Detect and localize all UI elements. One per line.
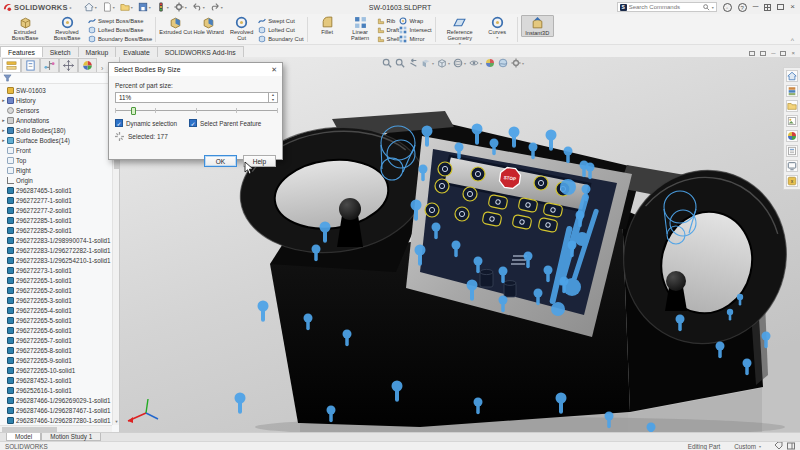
- help-icon[interactable]: ?: [738, 3, 747, 12]
- view-palette-button[interactable]: [786, 115, 798, 127]
- solidworks-forum-button[interactable]: [786, 160, 798, 172]
- scroll-down-icon[interactable]: ▼: [113, 418, 120, 425]
- minimize-icon[interactable]: ─: [753, 2, 759, 12]
- tree-item-296287466-1-296269029-1-solid1[interactable]: 296287466-1/296269029-1-solid1: [0, 395, 112, 405]
- restore-icon[interactable]: [777, 4, 784, 10]
- file-explorer-button[interactable]: [786, 100, 798, 112]
- dialog-title-bar[interactable]: Select Bodies By Size ✕: [109, 63, 282, 76]
- display-mode-dropdown[interactable]: Custom ▾: [734, 443, 761, 450]
- doc-minimize-icon[interactable]: ─: [771, 50, 775, 56]
- edit-appearance-button[interactable]: [485, 58, 495, 68]
- tree-item-sensors[interactable]: Sensors: [0, 105, 112, 115]
- tree-item-296272283-1-296254210-1-solid1[interactable]: 296272283-1/296254210-1-solid1: [0, 255, 112, 265]
- tag-icon[interactable]: [775, 442, 783, 450]
- xpress-products-button[interactable]: x: [786, 175, 798, 187]
- logo-expand-arrow[interactable]: ▸: [70, 5, 72, 10]
- collapse-ribbon-icon[interactable]: ^: [791, 37, 794, 44]
- view-orientation-button[interactable]: ▾: [437, 58, 450, 68]
- percent-slider[interactable]: [115, 107, 278, 115]
- ribbon-button-extruded-cut[interactable]: Extruded Cut: [159, 15, 192, 35]
- keypad-button[interactable]: [463, 187, 477, 201]
- tree-item-296272265-4-solid1[interactable]: 296272265-4-solid1: [0, 305, 112, 315]
- search-commands-box[interactable]: S ▾: [617, 2, 717, 12]
- tree-item-296272265-9-solid1[interactable]: 296272265-9-solid1: [0, 355, 112, 365]
- tree-item-296272277-1-solid1[interactable]: 296272277-1-solid1: [0, 195, 112, 205]
- ribbon-button-hole-wizard[interactable]: Hole Wizard: [192, 15, 225, 35]
- search-input[interactable]: [629, 4, 701, 10]
- view-settings-button[interactable]: ▾: [511, 58, 524, 68]
- ribbon-button-swept-boss-base[interactable]: Swept Boss/Base: [88, 17, 152, 25]
- tree-item-296272273-1-solid1[interactable]: 296272273-1-solid1: [0, 265, 112, 275]
- tab-motion-study-1[interactable]: Motion Study 1: [41, 433, 101, 441]
- dynamic-selection-checkbox[interactable]: ✓: [115, 119, 123, 127]
- ribbon-button-linear-pattern[interactable]: Linear Pattern: [344, 15, 377, 41]
- tab-model[interactable]: Model: [6, 433, 41, 441]
- select-parent-feature-checkbox[interactable]: ✓: [189, 119, 197, 127]
- ribbon-button-revolved-boss-base[interactable]: Revolved Boss/Base: [46, 15, 88, 41]
- expand-arrow-icon[interactable]: ▸: [0, 117, 7, 123]
- tree-item-296287466-1-296287467-1-solid1[interactable]: 296287466-1/296287467-1-solid1: [0, 405, 112, 415]
- search-icon[interactable]: [703, 4, 710, 11]
- panel-tab-feature-manager[interactable]: [2, 58, 21, 72]
- tab-solidworks-addins[interactable]: SOLIDWORKS Add-Ins: [157, 46, 244, 57]
- zoom-to-fit-button[interactable]: [382, 58, 392, 68]
- tree-item-solid-bodies-180[interactable]: ▸ Solid Bodies(180): [0, 125, 112, 135]
- expand-arrow-icon[interactable]: ▸: [0, 97, 7, 103]
- tab-sketch[interactable]: Sketch: [42, 46, 79, 57]
- tree-item-296272265-3-solid1[interactable]: 296272265-3-solid1: [0, 295, 112, 305]
- expand-arrow-icon[interactable]: ▸: [0, 137, 7, 143]
- percent-spinbox[interactable]: 11% ▲▼: [115, 92, 278, 103]
- tree-item-sw-01603[interactable]: SW-01603: [0, 85, 112, 95]
- solidworks-resources-button[interactable]: [786, 70, 798, 82]
- tree-item-296272283-1-296272282-1-solid1[interactable]: 296272283-1/296272282-1-solid1: [0, 245, 112, 255]
- tree-item-right[interactable]: Right: [0, 165, 112, 175]
- tree-item-296272265-7-solid1[interactable]: 296272265-7-solid1: [0, 335, 112, 345]
- ribbon-button-rib[interactable]: Rib: [377, 17, 400, 25]
- ribbon-button-fillet[interactable]: Fillet: [311, 15, 344, 35]
- ribbon-button-instant3d[interactable]: Instant3D: [521, 15, 554, 37]
- dialog-close-icon[interactable]: ✕: [271, 66, 277, 74]
- tree-item-296272265-8-solid1[interactable]: 296272265-8-solid1: [0, 345, 112, 355]
- tree-item-origin[interactable]: Origin: [0, 175, 112, 185]
- display-style-button[interactable]: ▾: [453, 58, 466, 68]
- ribbon-button-extruded-boss-base[interactable]: Extruded Boss/Base: [4, 15, 46, 41]
- ribbon-button-boundary-boss-base[interactable]: Boundary Boss/Base: [88, 35, 152, 43]
- tree-item-front[interactable]: Front: [0, 145, 112, 155]
- tree-item-296287452-1-solid1[interactable]: 296287452-1-solid1: [0, 375, 112, 385]
- tree-item-history[interactable]: ▸ History: [0, 95, 112, 105]
- appearances-scenes-button[interactable]: [786, 130, 798, 142]
- ribbon-button-mirror[interactable]: Mirror: [399, 35, 431, 43]
- keypad-button[interactable]: [425, 203, 439, 217]
- slider-thumb[interactable]: [131, 107, 136, 115]
- filter-funnel-icon[interactable]: [3, 74, 12, 82]
- tree-item-296272285-2-solid1[interactable]: 296272285-2-solid1: [0, 225, 112, 235]
- panel-tab-configuration-manager[interactable]: [40, 58, 59, 72]
- rebuild-traffic-light-button[interactable]: ▾: [156, 2, 169, 12]
- tree-item-annotations[interactable]: ▸ Annotations: [0, 115, 112, 125]
- tree-item-top[interactable]: Top: [0, 155, 112, 165]
- ribbon-button-lofted-boss-base[interactable]: Lofted Boss/Base: [88, 26, 152, 34]
- tab-evaluate[interactable]: Evaluate: [115, 46, 157, 57]
- ok-button[interactable]: OK: [204, 155, 237, 167]
- tree-item-296272265-10-solid1[interactable]: 296272265-10-solid1: [0, 365, 112, 375]
- hide-show-items-button[interactable]: ▾: [469, 58, 482, 68]
- chevron-down-icon[interactable]: ▾: [496, 35, 498, 40]
- doc-cascade-icon[interactable]: [760, 51, 766, 56]
- redo-button[interactable]: ▾: [210, 2, 223, 12]
- keypad-button[interactable]: [534, 176, 548, 190]
- percent-value[interactable]: 11%: [116, 94, 268, 101]
- tree-item-296272265-2-solid1[interactable]: 296272265-2-solid1: [0, 285, 112, 295]
- previous-view-button[interactable]: [408, 58, 418, 68]
- tree-item-296272265-6-solid1[interactable]: 296272265-6-solid1: [0, 325, 112, 335]
- panel-icon[interactable]: [787, 442, 795, 450]
- tab-markup[interactable]: Markup: [78, 46, 117, 57]
- keypad-button[interactable]: [471, 167, 485, 181]
- home-button[interactable]: ▾: [84, 2, 97, 12]
- open-button[interactable]: ▾: [120, 2, 133, 12]
- doc-restore-icon[interactable]: [780, 51, 786, 56]
- panel-tab-dimxpert-manager[interactable]: [59, 58, 78, 72]
- design-library-button[interactable]: [786, 85, 798, 97]
- tree-item-296272265-5-solid1[interactable]: 296272265-5-solid1: [0, 315, 112, 325]
- tree-item-surface-bodies-14[interactable]: ▸ Surface Bodies(14): [0, 135, 112, 145]
- ribbon-button-shell[interactable]: Shell: [377, 35, 400, 43]
